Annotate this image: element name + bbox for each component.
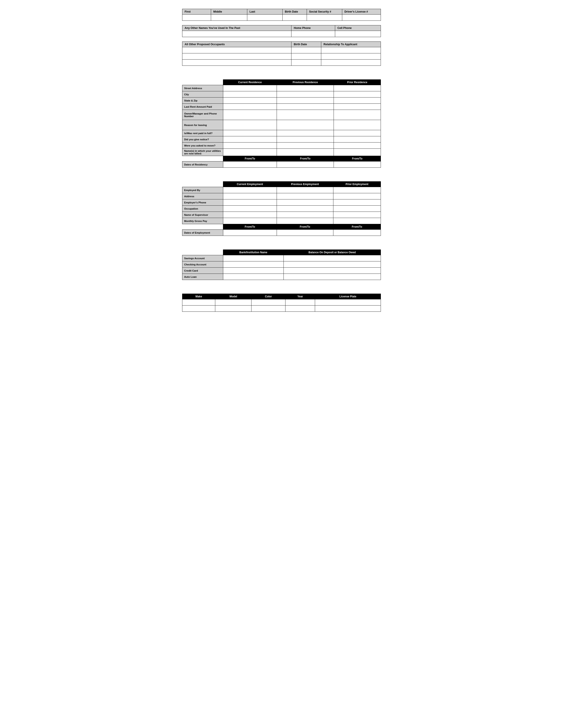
occupants-birth-date-input-2[interactable] [292,53,321,60]
vehicle-table: Make Model Color Year License Plate [182,294,381,312]
occupants-name-input[interactable] [182,47,292,53]
drivers-license-label: Driver's License # [342,9,381,15]
state-zip-label: State & Zip [182,98,223,104]
vehicle-plate-2[interactable] [315,306,381,312]
vehicle-color-1[interactable] [251,299,286,306]
employed-by-previous[interactable] [276,187,333,193]
dates-employment-previous[interactable] [276,230,333,236]
employer-address-current[interactable] [223,193,277,199]
asked-move-current[interactable] [223,143,277,149]
savings-balance[interactable] [284,255,381,261]
credit-card-balance[interactable] [284,268,381,274]
middle-input[interactable] [211,15,247,21]
last-rent-current[interactable] [223,104,277,110]
employer-address-prior[interactable] [333,193,381,199]
dates-residency-prior[interactable] [334,161,381,168]
occupants-relationship-input-3[interactable] [321,60,381,66]
give-notice-prior[interactable] [334,136,381,143]
vehicle-plate-header: License Plate [315,294,381,299]
first-input[interactable] [182,15,211,21]
give-notice-previous[interactable] [277,136,334,143]
credit-card-bank[interactable] [223,268,284,274]
occupants-birth-date-input-3[interactable] [292,60,321,66]
occupation-prior[interactable] [333,206,381,212]
owner-manager-current[interactable] [223,110,277,120]
occupation-current[interactable] [223,206,277,212]
employer-phone-prior[interactable] [333,199,381,206]
street-address-current[interactable] [223,85,277,91]
asked-move-previous[interactable] [277,143,334,149]
dates-employment-current[interactable] [223,230,277,236]
utilities-prior[interactable] [334,149,381,156]
employer-phone-current[interactable] [223,199,277,206]
state-zip-prior[interactable] [334,98,381,104]
employer-phone-previous[interactable] [276,199,333,206]
reason-leaving-current[interactable] [223,120,277,130]
occupants-birth-date-input[interactable] [292,47,321,53]
vehicle-model-1[interactable] [215,299,251,306]
dates-residency-current[interactable] [223,161,277,168]
home-phone-input[interactable] [292,31,335,37]
last-rent-previous[interactable] [277,104,334,110]
street-address-prior[interactable] [334,85,381,91]
employer-phone-label: Employer's Phone [182,199,223,206]
vehicle-color-2[interactable] [251,306,286,312]
vehicle-plate-1[interactable] [315,299,381,306]
employment-occupation-row: Occupation [182,206,381,212]
birth-date-input[interactable] [283,15,307,21]
street-address-previous[interactable] [277,85,334,91]
last-input[interactable] [247,15,283,21]
employed-by-prior[interactable] [333,187,381,193]
employer-address-previous[interactable] [276,193,333,199]
occupants-relationship-input-2[interactable] [321,53,381,60]
occupants-relationship-input[interactable] [321,47,381,53]
auto-loan-balance[interactable] [284,274,381,280]
city-previous[interactable] [277,91,334,98]
monthly-pay-previous[interactable] [276,218,333,224]
vehicle-model-2[interactable] [215,306,251,312]
vehicle-year-2[interactable] [285,306,315,312]
owner-manager-prior[interactable] [334,110,381,120]
monthly-pay-current[interactable] [223,218,277,224]
utilities-current[interactable] [223,149,277,156]
supervisor-prior[interactable] [333,212,381,218]
utilities-previous[interactable] [277,149,334,156]
owner-manager-previous[interactable] [277,110,334,120]
supervisor-current[interactable] [223,212,277,218]
other-names-input[interactable] [182,31,292,37]
give-notice-current[interactable] [223,136,277,143]
occupants-name-input-2[interactable] [182,53,292,60]
supervisor-previous[interactable] [276,212,333,218]
employed-by-current[interactable] [223,187,277,193]
rent-paid-previous[interactable] [277,130,334,136]
last-rent-prior[interactable] [334,104,381,110]
state-zip-previous[interactable] [277,98,334,104]
monthly-pay-prior[interactable] [333,218,381,224]
checking-bank[interactable] [223,261,284,268]
drivers-license-input[interactable] [342,15,381,21]
checking-balance[interactable] [284,261,381,268]
vehicle-make-2[interactable] [182,306,215,312]
rent-paid-prior[interactable] [334,130,381,136]
ssn-input[interactable] [307,15,342,21]
city-current[interactable] [223,91,277,98]
rent-paid-current[interactable] [223,130,277,136]
asked-move-prior[interactable] [334,143,381,149]
occupation-previous[interactable] [276,206,333,212]
occupants-name-input-3[interactable] [182,60,292,66]
cell-phone-input[interactable] [335,31,381,37]
vehicle-year-1[interactable] [285,299,315,306]
reason-leaving-previous[interactable] [277,120,334,130]
auto-loan-bank[interactable] [223,274,284,280]
vehicle-make-1[interactable] [182,299,215,306]
reason-leaving-prior[interactable] [334,120,381,130]
residence-utilities-row: Name(s) in which your utilities are now … [182,149,381,156]
employment-from-to-header-row: From/To From/To From/To [182,224,381,230]
savings-bank[interactable] [223,255,284,261]
dates-residency-previous[interactable] [277,161,334,168]
city-prior[interactable] [334,91,381,98]
state-zip-current[interactable] [223,98,277,104]
residence-asked-move-row: Were you asked to move? [182,143,381,149]
credit-card-label: Credit Card [182,268,223,274]
dates-employment-prior[interactable] [333,230,381,236]
